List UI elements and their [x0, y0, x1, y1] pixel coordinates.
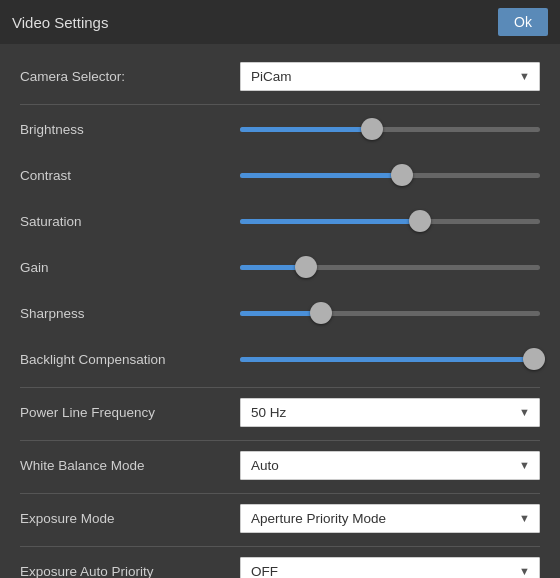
- saturation-slider[interactable]: [240, 210, 540, 232]
- gain-control: [240, 256, 540, 278]
- backlight-track: [240, 357, 540, 362]
- exposureauto-control: OFF ON: [240, 557, 540, 579]
- camera-selector-row: Camera Selector: PiCam USB Camera: [20, 58, 540, 94]
- camera-selector-control: PiCam USB Camera: [240, 62, 540, 91]
- whitebalance-wrapper: Auto Manual Indoor Outdoor: [240, 451, 540, 480]
- gain-thumb[interactable]: [295, 256, 317, 278]
- gain-slider[interactable]: [240, 256, 540, 278]
- backlight-control: [240, 348, 540, 370]
- gain-row: Gain: [20, 249, 540, 285]
- sharpness-label: Sharpness: [20, 306, 240, 321]
- contrast-label: Contrast: [20, 168, 240, 183]
- contrast-control: [240, 164, 540, 186]
- saturation-label: Saturation: [20, 214, 240, 229]
- sharpness-row: Sharpness: [20, 295, 540, 331]
- whitebalance-row: White Balance Mode Auto Manual Indoor Ou…: [20, 447, 540, 483]
- exposuremode-label: Exposure Mode: [20, 511, 240, 526]
- backlight-row: Backlight Compensation: [20, 341, 540, 377]
- contrast-row: Contrast: [20, 157, 540, 193]
- divider-2: [20, 387, 540, 388]
- exposureauto-wrapper: OFF ON: [240, 557, 540, 579]
- brightness-control: [240, 118, 540, 140]
- divider-1: [20, 104, 540, 105]
- powerline-label: Power Line Frequency: [20, 405, 240, 420]
- ok-button[interactable]: Ok: [498, 8, 548, 36]
- whitebalance-select[interactable]: Auto Manual Indoor Outdoor: [240, 451, 540, 480]
- sharpness-thumb[interactable]: [310, 302, 332, 324]
- brightness-slider[interactable]: [240, 118, 540, 140]
- powerline-row: Power Line Frequency 50 Hz 60 Hz Disable…: [20, 394, 540, 430]
- brightness-fill: [240, 127, 372, 132]
- contrast-fill: [240, 173, 402, 178]
- saturation-track: [240, 219, 540, 224]
- exposuremode-wrapper: Aperture Priority Mode Manual Mode Shutt…: [240, 504, 540, 533]
- powerline-wrapper: 50 Hz 60 Hz Disabled: [240, 398, 540, 427]
- camera-selector-select[interactable]: PiCam USB Camera: [240, 62, 540, 91]
- powerline-select[interactable]: 50 Hz 60 Hz Disabled: [240, 398, 540, 427]
- exposuremode-row: Exposure Mode Aperture Priority Mode Man…: [20, 500, 540, 536]
- settings-content: Camera Selector: PiCam USB Camera Bright…: [0, 44, 560, 578]
- backlight-slider[interactable]: [240, 348, 540, 370]
- sharpness-track: [240, 311, 540, 316]
- brightness-row: Brightness: [20, 111, 540, 147]
- sharpness-fill: [240, 311, 321, 316]
- title-bar: Video Settings Ok: [0, 0, 560, 44]
- gain-track: [240, 265, 540, 270]
- window-title: Video Settings: [12, 14, 108, 31]
- exposuremode-select[interactable]: Aperture Priority Mode Manual Mode Shutt…: [240, 504, 540, 533]
- camera-selector-label: Camera Selector:: [20, 69, 240, 84]
- divider-5: [20, 546, 540, 547]
- sharpness-control: [240, 302, 540, 324]
- exposureauto-select[interactable]: OFF ON: [240, 557, 540, 579]
- divider-3: [20, 440, 540, 441]
- brightness-label: Brightness: [20, 122, 240, 137]
- saturation-control: [240, 210, 540, 232]
- backlight-fill: [240, 357, 534, 362]
- gain-label: Gain: [20, 260, 240, 275]
- saturation-row: Saturation: [20, 203, 540, 239]
- video-settings-window: Video Settings Ok Camera Selector: PiCam…: [0, 0, 560, 578]
- exposureauto-row: Exposure Auto Priority OFF ON: [20, 553, 540, 578]
- backlight-label: Backlight Compensation: [20, 352, 240, 367]
- brightness-track: [240, 127, 540, 132]
- contrast-thumb[interactable]: [391, 164, 413, 186]
- camera-selector-wrapper: PiCam USB Camera: [240, 62, 540, 91]
- saturation-fill: [240, 219, 420, 224]
- divider-4: [20, 493, 540, 494]
- exposureauto-label: Exposure Auto Priority: [20, 564, 240, 579]
- contrast-track: [240, 173, 540, 178]
- saturation-thumb[interactable]: [409, 210, 431, 232]
- powerline-control: 50 Hz 60 Hz Disabled: [240, 398, 540, 427]
- whitebalance-control: Auto Manual Indoor Outdoor: [240, 451, 540, 480]
- backlight-thumb[interactable]: [523, 348, 545, 370]
- whitebalance-label: White Balance Mode: [20, 458, 240, 473]
- exposuremode-control: Aperture Priority Mode Manual Mode Shutt…: [240, 504, 540, 533]
- contrast-slider[interactable]: [240, 164, 540, 186]
- brightness-thumb[interactable]: [361, 118, 383, 140]
- sharpness-slider[interactable]: [240, 302, 540, 324]
